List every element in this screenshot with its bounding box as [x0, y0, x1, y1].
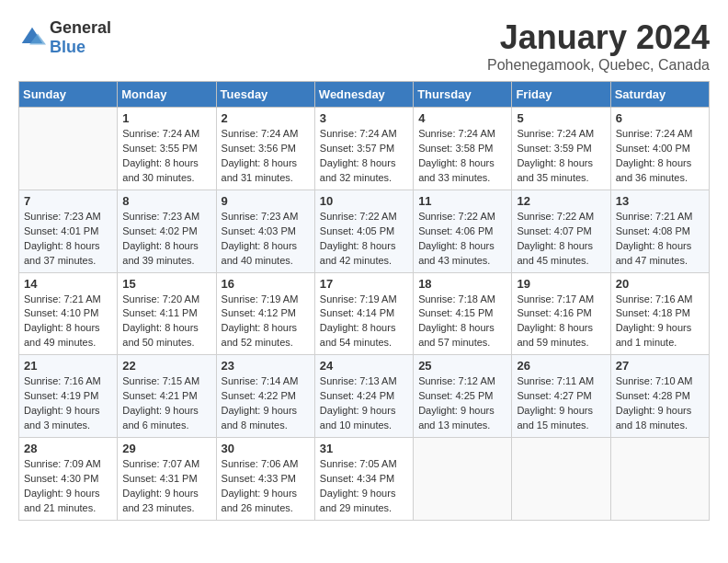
- calendar-cell: 3Sunrise: 7:24 AM Sunset: 3:57 PM Daylig…: [314, 108, 413, 190]
- day-number: 23: [222, 359, 310, 373]
- calendar-cell: 16Sunrise: 7:19 AM Sunset: 4:12 PM Dayli…: [216, 272, 314, 355]
- logo-icon: [18, 24, 46, 52]
- cell-content: Sunrise: 7:05 AM Sunset: 4:34 PM Dayligh…: [320, 457, 408, 516]
- cell-content: Sunrise: 7:09 AM Sunset: 4:30 PM Dayligh…: [24, 457, 112, 516]
- cell-content: Sunrise: 7:17 AM Sunset: 4:16 PM Dayligh…: [517, 293, 605, 351]
- day-number: 10: [320, 194, 408, 208]
- weekday-header: Wednesday: [314, 82, 413, 108]
- day-number: 12: [517, 194, 605, 208]
- cell-content: Sunrise: 7:23 AM Sunset: 4:03 PM Dayligh…: [222, 210, 310, 269]
- calendar-cell: 12Sunrise: 7:22 AM Sunset: 4:07 PM Dayli…: [512, 190, 610, 272]
- calendar-week-row: 14Sunrise: 7:21 AM Sunset: 4:10 PM Dayli…: [19, 272, 710, 355]
- calendar-cell: 25Sunrise: 7:12 AM Sunset: 4:25 PM Dayli…: [414, 355, 512, 438]
- logo-blue: Blue: [50, 38, 85, 56]
- day-number: 19: [517, 277, 605, 291]
- cell-content: Sunrise: 7:10 AM Sunset: 4:28 PM Dayligh…: [616, 374, 704, 433]
- cell-content: Sunrise: 7:23 AM Sunset: 4:02 PM Dayligh…: [122, 210, 210, 269]
- cell-content: Sunrise: 7:24 AM Sunset: 3:58 PM Dayligh…: [418, 127, 506, 186]
- title-area: January 2024 Pohenegamook, Quebec, Canad…: [487, 18, 710, 74]
- calendar-week-row: 1Sunrise: 7:24 AM Sunset: 3:55 PM Daylig…: [19, 108, 710, 190]
- day-number: 20: [616, 277, 704, 291]
- cell-content: Sunrise: 7:16 AM Sunset: 4:19 PM Dayligh…: [24, 374, 112, 433]
- calendar-cell: 24Sunrise: 7:13 AM Sunset: 4:24 PM Dayli…: [314, 355, 413, 438]
- cell-content: Sunrise: 7:16 AM Sunset: 4:18 PM Dayligh…: [616, 293, 704, 351]
- calendar-cell: 22Sunrise: 7:15 AM Sunset: 4:21 PM Dayli…: [118, 355, 216, 438]
- cell-content: Sunrise: 7:18 AM Sunset: 4:15 PM Dayligh…: [418, 293, 506, 351]
- calendar-cell: 8Sunrise: 7:23 AM Sunset: 4:02 PM Daylig…: [118, 190, 216, 272]
- day-number: 28: [24, 442, 112, 455]
- calendar-cell: 4Sunrise: 7:24 AM Sunset: 3:58 PM Daylig…: [414, 108, 512, 190]
- calendar-cell: 26Sunrise: 7:11 AM Sunset: 4:27 PM Dayli…: [512, 355, 610, 438]
- calendar-cell: 10Sunrise: 7:22 AM Sunset: 4:05 PM Dayli…: [314, 190, 413, 272]
- calendar-cell: 23Sunrise: 7:14 AM Sunset: 4:22 PM Dayli…: [216, 355, 314, 438]
- calendar-cell: 18Sunrise: 7:18 AM Sunset: 4:15 PM Dayli…: [414, 272, 512, 355]
- calendar-cell: 29Sunrise: 7:07 AM Sunset: 4:31 PM Dayli…: [118, 438, 216, 521]
- day-number: 17: [320, 277, 408, 291]
- calendar-table: SundayMondayTuesdayWednesdayThursdayFrid…: [18, 81, 710, 521]
- calendar-cell: 17Sunrise: 7:19 AM Sunset: 4:14 PM Dayli…: [314, 272, 413, 355]
- cell-content: Sunrise: 7:07 AM Sunset: 4:31 PM Dayligh…: [122, 457, 210, 516]
- page-header: General Blue January 2024 Pohenegamook, …: [18, 18, 710, 74]
- calendar-cell: 6Sunrise: 7:24 AM Sunset: 4:00 PM Daylig…: [610, 108, 709, 190]
- calendar-cell: [512, 438, 610, 521]
- day-number: 1: [122, 111, 210, 125]
- weekday-header: Saturday: [610, 82, 709, 108]
- calendar-cell: 2Sunrise: 7:24 AM Sunset: 3:56 PM Daylig…: [216, 108, 314, 190]
- calendar-cell: 31Sunrise: 7:05 AM Sunset: 4:34 PM Dayli…: [314, 438, 413, 521]
- calendar-week-row: 28Sunrise: 7:09 AM Sunset: 4:30 PM Dayli…: [19, 438, 710, 521]
- calendar-cell: 14Sunrise: 7:21 AM Sunset: 4:10 PM Dayli…: [19, 272, 118, 355]
- cell-content: Sunrise: 7:21 AM Sunset: 4:10 PM Dayligh…: [24, 293, 112, 351]
- day-number: 29: [122, 442, 210, 455]
- day-number: 26: [517, 359, 605, 373]
- calendar-cell: [610, 438, 709, 521]
- calendar-cell: [414, 438, 512, 521]
- logo-text: General Blue: [50, 18, 111, 57]
- day-number: 30: [222, 442, 310, 455]
- location-title: Pohenegamook, Quebec, Canada: [487, 57, 710, 74]
- weekday-header-row: SundayMondayTuesdayWednesdayThursdayFrid…: [19, 82, 710, 108]
- calendar-cell: 13Sunrise: 7:21 AM Sunset: 4:08 PM Dayli…: [610, 190, 709, 272]
- day-number: 3: [320, 111, 408, 125]
- cell-content: Sunrise: 7:19 AM Sunset: 4:12 PM Dayligh…: [222, 293, 310, 351]
- cell-content: Sunrise: 7:24 AM Sunset: 3:56 PM Dayligh…: [222, 127, 310, 186]
- cell-content: Sunrise: 7:21 AM Sunset: 4:08 PM Dayligh…: [616, 210, 704, 269]
- calendar-cell: 21Sunrise: 7:16 AM Sunset: 4:19 PM Dayli…: [19, 355, 118, 438]
- cell-content: Sunrise: 7:06 AM Sunset: 4:33 PM Dayligh…: [222, 457, 310, 516]
- cell-content: Sunrise: 7:24 AM Sunset: 4:00 PM Dayligh…: [616, 127, 704, 186]
- weekday-header: Tuesday: [216, 82, 314, 108]
- day-number: 9: [222, 194, 310, 208]
- calendar-cell: 19Sunrise: 7:17 AM Sunset: 4:16 PM Dayli…: [512, 272, 610, 355]
- cell-content: Sunrise: 7:14 AM Sunset: 4:22 PM Dayligh…: [222, 374, 310, 433]
- cell-content: Sunrise: 7:11 AM Sunset: 4:27 PM Dayligh…: [517, 374, 605, 433]
- calendar-cell: 30Sunrise: 7:06 AM Sunset: 4:33 PM Dayli…: [216, 438, 314, 521]
- calendar-cell: 7Sunrise: 7:23 AM Sunset: 4:01 PM Daylig…: [19, 190, 118, 272]
- day-number: 22: [122, 359, 210, 373]
- day-number: 4: [418, 111, 506, 125]
- weekday-header: Sunday: [19, 82, 118, 108]
- day-number: 27: [616, 359, 704, 373]
- month-title: January 2024: [487, 18, 710, 57]
- calendar-cell: 15Sunrise: 7:20 AM Sunset: 4:11 PM Dayli…: [118, 272, 216, 355]
- cell-content: Sunrise: 7:23 AM Sunset: 4:01 PM Dayligh…: [24, 210, 112, 269]
- logo: General Blue: [18, 18, 111, 57]
- cell-content: Sunrise: 7:24 AM Sunset: 3:55 PM Dayligh…: [122, 127, 210, 186]
- weekday-header: Thursday: [414, 82, 512, 108]
- cell-content: Sunrise: 7:24 AM Sunset: 3:57 PM Dayligh…: [320, 127, 408, 186]
- weekday-header: Friday: [512, 82, 610, 108]
- calendar-cell: 5Sunrise: 7:24 AM Sunset: 3:59 PM Daylig…: [512, 108, 610, 190]
- day-number: 5: [517, 111, 605, 125]
- day-number: 14: [24, 277, 112, 291]
- cell-content: Sunrise: 7:13 AM Sunset: 4:24 PM Dayligh…: [320, 374, 408, 433]
- day-number: 21: [24, 359, 112, 373]
- day-number: 2: [222, 111, 310, 125]
- day-number: 25: [418, 359, 506, 373]
- calendar-cell: 28Sunrise: 7:09 AM Sunset: 4:30 PM Dayli…: [19, 438, 118, 521]
- day-number: 6: [616, 111, 704, 125]
- day-number: 11: [418, 194, 506, 208]
- day-number: 31: [320, 442, 408, 455]
- day-number: 7: [24, 194, 112, 208]
- cell-content: Sunrise: 7:22 AM Sunset: 4:05 PM Dayligh…: [320, 210, 408, 269]
- calendar-week-row: 21Sunrise: 7:16 AM Sunset: 4:19 PM Dayli…: [19, 355, 710, 438]
- day-number: 15: [122, 277, 210, 291]
- calendar-cell: 27Sunrise: 7:10 AM Sunset: 4:28 PM Dayli…: [610, 355, 709, 438]
